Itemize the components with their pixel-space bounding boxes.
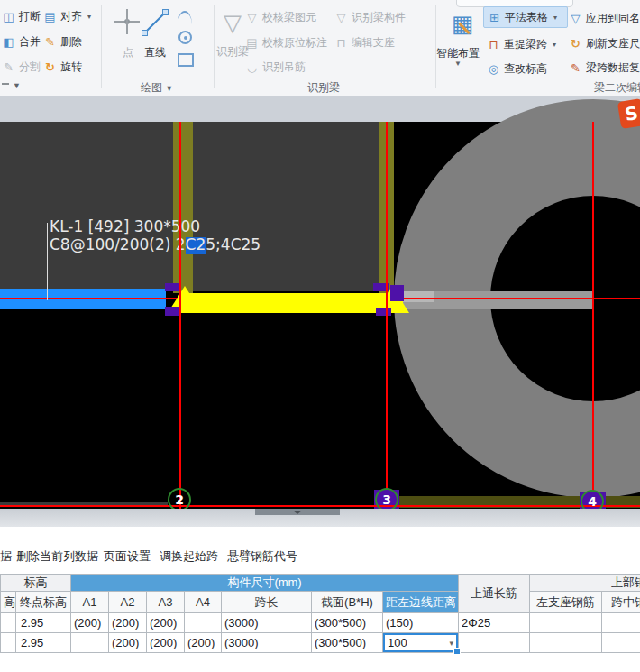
break-button[interactable]: 打断	[2, 7, 41, 25]
cell-editor-dropdown[interactable]: 100 ▾	[383, 633, 458, 652]
split-button[interactable]: 分割	[2, 58, 41, 76]
identify-beam-button[interactable]: 识别梁	[216, 42, 249, 60]
axis-line-horizontal-bottom	[0, 505, 640, 507]
drawing-canvas[interactable]: KL-1 [492] 300*500 C8@100/200(2) 2C25;4C…	[0, 96, 640, 509]
apply-same-name-button[interactable]: 应用到同名	[569, 9, 640, 27]
identify-hanging-bar-button[interactable]: 识别吊筋	[245, 58, 306, 76]
cell-a3[interactable]: (200)	[147, 633, 185, 653]
ribbon: 打断 对齐 ▾ 合并 删除 分割 旋转 ▼ 点	[0, 0, 640, 97]
point-tool-icon[interactable]	[114, 9, 140, 34]
cell-a4[interactable]: (200)	[185, 633, 222, 653]
cell-left-support-rebar[interactable]	[530, 633, 602, 653]
cell-section[interactable]: (300*500)	[312, 613, 383, 633]
column-header-a1: A1	[71, 592, 109, 613]
cell-a1[interactable]: (200)	[71, 613, 109, 633]
copy-span-data-button[interactable]: 梁跨数据复	[569, 59, 640, 77]
delete-button[interactable]: 删除	[43, 32, 82, 51]
circle-tool-icon[interactable]	[178, 31, 192, 44]
merge-button[interactable]: 合并	[2, 32, 41, 51]
dropdown-caret-icon[interactable]: ▾	[450, 639, 454, 648]
point-tool-button[interactable]: 点	[123, 43, 133, 61]
axis-bubble-4[interactable]: 4	[581, 490, 604, 509]
flat-table-button[interactable]: 平法表格 ▾	[483, 6, 568, 28]
ribbon-divider	[214, 5, 215, 88]
cell-dist-left-edge[interactable]: (150)	[383, 613, 459, 633]
selection-grip[interactable]	[390, 285, 404, 301]
cell-end-elevation[interactable]: 2.95	[16, 613, 71, 633]
column-header-left-support-rebar: 左支座钢筋	[530, 592, 602, 613]
menu-item-fragment[interactable]: 据	[0, 548, 12, 565]
refresh-support-button[interactable]: 刷新支座尺	[569, 34, 640, 52]
menu-item-page-setup[interactable]: 页面设置	[104, 548, 151, 565]
span-data-table: 标高 构件尺寸(mm) 上通长筋 上部钢筋 高 终点标高 A1 A2 A3 A4…	[0, 574, 640, 653]
check-beam-elements-icon	[245, 12, 259, 23]
identify-beam-members-button[interactable]: 识别梁构件	[334, 8, 406, 26]
axis-line-3	[386, 122, 388, 509]
cell-a1[interactable]	[71, 633, 109, 653]
column-header-mid-span-rebar: 跨中钢筋	[602, 592, 640, 613]
cell-span-length[interactable]: (3000)	[222, 613, 312, 633]
selection-grip[interactable]	[376, 308, 391, 316]
selection-grip[interactable]	[165, 307, 179, 316]
cell-mid-span-rebar[interactable]	[602, 613, 640, 633]
smart-layout-caret[interactable]: ▼	[454, 60, 462, 68]
cell-end-elevation[interactable]: 2.95	[16, 633, 71, 653]
app-window: 打断 对齐 ▾ 合并 删除 分割 旋转 ▼ 点	[0, 0, 640, 672]
cell-a3[interactable]: (200)	[147, 613, 185, 633]
cell-dist-left-edge-editing[interactable]: 100 ▾	[383, 633, 459, 653]
panel-collapse-handle[interactable]	[255, 509, 340, 515]
menu-item-delete-column-data[interactable]: 删除当前列数据	[16, 548, 98, 565]
check-insitu-button[interactable]: 校核原位标注	[245, 33, 327, 51]
axis-line-2	[179, 122, 181, 509]
cell-top-through-bar[interactable]	[459, 633, 530, 653]
column-header-start-elevation-cut: 高	[1, 592, 16, 613]
axis-bubble-3[interactable]: 3	[375, 488, 398, 509]
cell-a2[interactable]: (200)	[109, 613, 147, 633]
cell-left-support-rebar[interactable]	[530, 613, 602, 633]
rotate-button[interactable]: 旋转	[43, 58, 82, 76]
line-tool-icon[interactable]	[142, 9, 169, 36]
merge-label: 合并	[19, 34, 41, 50]
rectangle-tool-icon[interactable]	[178, 53, 194, 67]
line-tool-button[interactable]: 直线	[144, 43, 166, 61]
edit-support-icon	[334, 37, 348, 49]
cell-a4[interactable]	[185, 613, 222, 633]
axis-bubble-2[interactable]: 2	[168, 488, 191, 509]
column-header-a3: A3	[147, 592, 185, 613]
check-elevation-button[interactable]: 查改标高	[487, 60, 547, 78]
smart-layout-label: 智能布置	[436, 46, 480, 61]
menu-item-cantilever-rebar-code[interactable]: 悬臂钢筋代号	[227, 548, 297, 565]
cell[interactable]	[1, 633, 16, 653]
ribbon-divider	[101, 5, 102, 88]
merge-icon	[2, 36, 15, 48]
cell-section[interactable]: (300*500)	[312, 633, 383, 653]
cell[interactable]	[1, 613, 16, 633]
flat-table-panel: 据 删除当前列数据 页面设置 调换起始跨 悬臂钢筋代号 标高 构件尺寸(mm) …	[0, 527, 640, 672]
column-header-a4: A4	[185, 592, 222, 613]
chevron-down-icon: ▾	[87, 13, 91, 21]
arc-tool-icon[interactable]	[178, 11, 192, 24]
flat-table-icon	[488, 12, 501, 23]
column-left[interactable]	[173, 122, 193, 293]
modify-group-caret[interactable]: ▼	[13, 81, 21, 90]
column-header-end-elevation: 终点标高	[16, 592, 71, 613]
fill-handle[interactable]	[453, 648, 461, 655]
table-row: 2.95 (200) (200) (200) (3000) (300*500) …	[1, 613, 640, 633]
edit-support-button[interactable]: 编辑支座	[334, 33, 395, 51]
align-button[interactable]: 对齐 ▾	[43, 7, 91, 25]
table-row: 2.95 (200) (200) (200) (3000) (300*500) …	[1, 633, 640, 653]
column-header-top-through-bar: 上通长筋	[459, 575, 530, 613]
check-beam-elements-button[interactable]: 校核梁图元	[245, 8, 316, 26]
beam-selected-yellow[interactable]	[179, 293, 403, 313]
cell-mid-span-rebar[interactable]	[602, 633, 640, 653]
align-icon	[43, 11, 57, 23]
break-icon	[2, 11, 15, 23]
cell-span-length[interactable]: (3000)	[222, 633, 312, 653]
cell-top-through-bar[interactable]: 2Φ25	[459, 613, 530, 633]
repick-span-button[interactable]: 重提梁跨 ▾	[487, 35, 556, 53]
cell-a2[interactable]: (200)	[109, 633, 147, 653]
selection-grip[interactable]	[165, 283, 179, 291]
group-label-fragment	[2, 83, 9, 85]
menu-item-swap-start-span[interactable]: 调换起始跨	[160, 548, 218, 565]
delete-label: 删除	[60, 34, 82, 50]
